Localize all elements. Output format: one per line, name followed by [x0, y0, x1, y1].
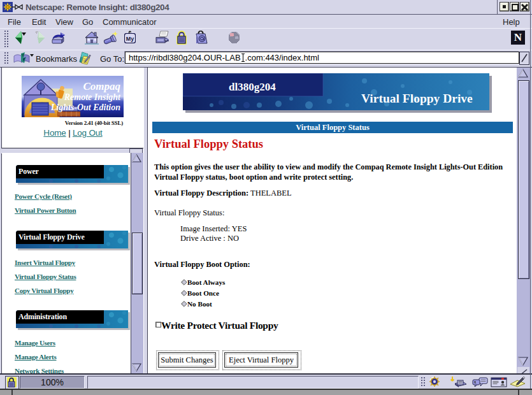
svg-text:My: My — [126, 36, 134, 42]
svg-text:Lights-Out Edition: Lights-Out Edition — [50, 103, 121, 112]
svg-text:Remote Insight: Remote Insight — [64, 92, 121, 102]
svg-text:Compaq: Compaq — [83, 80, 120, 92]
svg-text:Virtual Floppy Drive: Virtual Floppy Drive — [361, 92, 473, 105]
svg-text:dl380g204: dl380g204 — [229, 81, 276, 93]
